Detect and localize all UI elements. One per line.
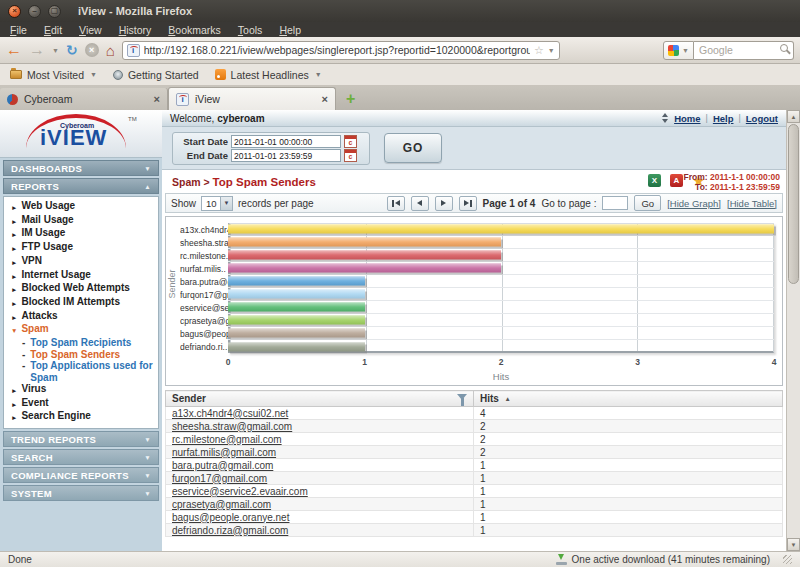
menu-help[interactable]: Help: [279, 24, 301, 36]
chart-bar[interactable]: [228, 316, 365, 325]
calendar-icon[interactable]: c: [344, 149, 357, 162]
sender-link[interactable]: bagus@people.oranye.net: [172, 512, 289, 523]
pager-next-button[interactable]: [435, 196, 453, 211]
home-link[interactable]: Home: [674, 113, 700, 124]
menu-edit[interactable]: Edit: [44, 24, 62, 36]
logout-link[interactable]: Logout: [746, 113, 778, 124]
menu-file[interactable]: File: [10, 24, 27, 36]
window-maximize-button[interactable]: ▢: [48, 5, 61, 18]
engine-dropdown-icon[interactable]: ▼: [682, 47, 689, 54]
sidebar-item-blocked-web-attempts[interactable]: ►Blocked Web Attempts: [4, 282, 158, 296]
calendar-icon[interactable]: c: [344, 135, 357, 148]
forward-button[interactable]: →: [29, 42, 45, 58]
filter-icon[interactable]: [457, 394, 467, 404]
sidebar-item-top-spam-senders[interactable]: -Top Spam Senders: [4, 349, 158, 361]
goto-page-input[interactable]: [602, 196, 628, 210]
sender-link[interactable]: bara.putra@gmail.com: [172, 460, 273, 471]
tab-close-icon[interactable]: ×: [322, 94, 328, 105]
sidebar-section-reports[interactable]: REPORTS ▲: [3, 178, 159, 194]
collapse-header-icon[interactable]: [661, 113, 669, 123]
history-dropdown-icon[interactable]: ▼: [52, 47, 59, 54]
hide-graph-link[interactable]: [Hide Graph]: [667, 198, 721, 209]
column-header-sender[interactable]: Sender: [166, 391, 474, 407]
window-minimize-button[interactable]: –: [28, 5, 41, 18]
goto-go-button[interactable]: Go: [634, 195, 661, 211]
chart-bar[interactable]: [228, 264, 501, 273]
sidebar-item-vpn[interactable]: ►VPN: [4, 255, 158, 269]
sender-link[interactable]: furqon17@gmail.com: [172, 473, 267, 484]
url-text[interactable]: http://192.168.0.221/iview/webpages/sing…: [144, 44, 530, 56]
sidebar-item-search-engine[interactable]: ►Search Engine: [4, 410, 158, 424]
sidebar-item-attacks[interactable]: ►Attacks: [4, 310, 158, 324]
chart-bar[interactable]: [228, 303, 365, 312]
chart-bar[interactable]: [228, 329, 365, 338]
sidebar-section-search[interactable]: SEARCH▼: [3, 449, 159, 465]
vertical-scrollbar[interactable]: ▲ ▼: [786, 110, 800, 551]
column-header-hits[interactable]: Hits ▴: [474, 391, 783, 407]
pager-last-button[interactable]: [459, 196, 477, 211]
sidebar-section-compliance-reports[interactable]: COMPLIANCE REPORTS▼: [3, 467, 159, 483]
reload-button[interactable]: ↻: [66, 42, 78, 58]
chart-bar[interactable]: [228, 251, 501, 260]
url-bar[interactable]: i http://192.168.0.221/iview/webpages/si…: [122, 41, 560, 60]
breadcrumb-section[interactable]: Spam: [172, 176, 201, 188]
sidebar-item-top-spam-recipients[interactable]: -Top Spam Recipients: [4, 337, 158, 349]
pager-prev-button[interactable]: [411, 196, 429, 211]
tab-close-icon[interactable]: ×: [154, 94, 160, 105]
new-tab-button[interactable]: +: [346, 91, 355, 107]
search-engine-selector[interactable]: ▼: [663, 41, 694, 60]
go-button[interactable]: GO: [384, 133, 442, 163]
sidebar-item-top-applications-used-for-spam[interactable]: -Top Applications used for Spam: [4, 360, 158, 383]
sender-link[interactable]: cprasetya@gmail.com: [172, 499, 271, 510]
stop-button[interactable]: ×: [85, 43, 99, 57]
scrollbar-thumb[interactable]: [788, 124, 799, 284]
tab-cyberoam[interactable]: Cyberoam ×: [0, 88, 168, 110]
chart-bar[interactable]: [228, 342, 365, 351]
sidebar-section-dashboards[interactable]: DASHBOARDS ▼: [3, 160, 159, 176]
menu-history[interactable]: History: [119, 24, 152, 36]
pager-first-button[interactable]: [387, 196, 405, 211]
sender-link[interactable]: defriando.riza@gmail.com: [172, 525, 288, 536]
sidebar-item-im-usage[interactable]: ►IM Usage: [4, 227, 158, 241]
resize-grip[interactable]: [783, 555, 792, 564]
sidebar-item-event[interactable]: ►Event: [4, 397, 158, 411]
home-button[interactable]: ⌂: [106, 43, 115, 58]
bookmark-getting-started[interactable]: Getting Started: [113, 69, 199, 81]
scroll-up-arrow[interactable]: ▲: [787, 110, 800, 123]
sidebar-section-system[interactable]: SYSTEM▼: [3, 485, 159, 501]
sidebar-item-mail-usage[interactable]: ►Mail Usage: [4, 214, 158, 228]
bookmark-star-icon[interactable]: ☆: [534, 44, 544, 57]
export-pdf-icon[interactable]: A: [670, 174, 683, 187]
tab-iview[interactable]: i iView ×: [168, 87, 336, 110]
chart-bar[interactable]: [228, 290, 365, 299]
back-button[interactable]: ←: [6, 42, 22, 58]
chart-bar[interactable]: [228, 238, 501, 247]
menu-bookmarks[interactable]: Bookmarks: [168, 24, 221, 36]
sidebar-item-virus[interactable]: ►Virus: [4, 383, 158, 397]
menu-view[interactable]: View: [79, 24, 102, 36]
sender-link[interactable]: eservice@service2.evaair.com: [172, 486, 308, 497]
end-date-input[interactable]: [231, 149, 341, 162]
chart-bar[interactable]: [228, 225, 774, 234]
sender-link[interactable]: sheesha.straw@gmail.com: [172, 421, 292, 432]
sidebar-item-ftp-usage[interactable]: ►FTP Usage: [4, 241, 158, 255]
sidebar-item-spam[interactable]: ▼Spam: [4, 323, 158, 337]
search-input[interactable]: [694, 41, 794, 60]
sidebar-item-web-usage[interactable]: ►Web Usage: [4, 200, 158, 214]
download-status[interactable]: One active download (41 minutes remainin…: [556, 554, 792, 565]
sidebar-item-blocked-im-attempts[interactable]: ►Blocked IM Attempts: [4, 296, 158, 310]
sidebar-section-trend-reports[interactable]: TREND REPORTS▼: [3, 431, 159, 447]
sender-link[interactable]: rc.milestone@gmail.com: [172, 434, 282, 445]
help-link[interactable]: Help: [713, 113, 734, 124]
start-date-input[interactable]: [231, 135, 341, 148]
hide-table-link[interactable]: [Hide Table]: [727, 198, 777, 209]
export-excel-icon[interactable]: X: [648, 174, 661, 187]
page-size-select[interactable]: 10 ▼: [201, 196, 233, 211]
chart-bar[interactable]: [228, 277, 365, 286]
sender-link[interactable]: a13x.ch4ndr4@csui02.net: [172, 408, 288, 419]
sidebar-item-internet-usage[interactable]: ►Internet Usage: [4, 269, 158, 283]
bookmark-latest-headlines[interactable]: Latest Headlines ▼: [215, 69, 322, 81]
scroll-down-arrow[interactable]: ▼: [787, 538, 800, 551]
search-icon[interactable]: [780, 44, 788, 52]
sender-link[interactable]: nurfat.milis@gmail.com: [172, 447, 276, 458]
